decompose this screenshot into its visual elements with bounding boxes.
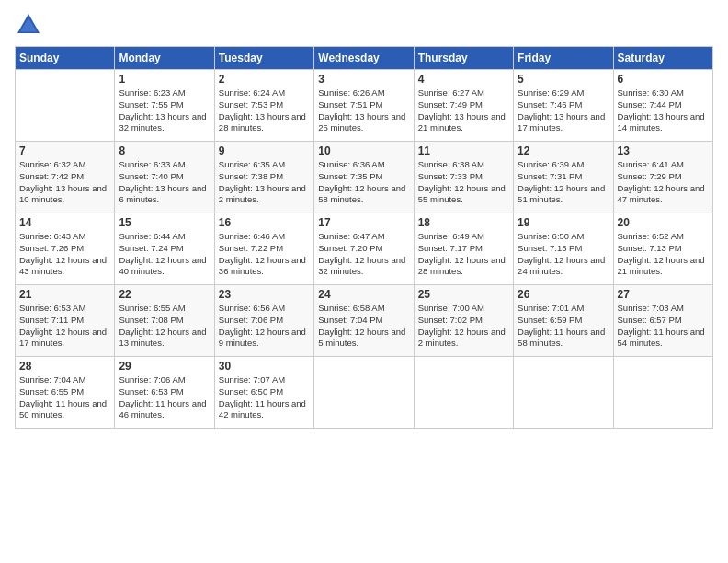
day-info: Sunrise: 6:29 AM Sunset: 7:46 PM Dayligh… xyxy=(518,87,609,134)
calendar-cell: 20Sunrise: 6:52 AM Sunset: 7:13 PM Dayli… xyxy=(613,213,712,285)
day-info: Sunrise: 7:00 AM Sunset: 7:02 PM Dayligh… xyxy=(418,303,509,350)
day-number: 8 xyxy=(119,144,210,157)
day-number: 9 xyxy=(219,144,310,157)
day-info: Sunrise: 6:24 AM Sunset: 7:53 PM Dayligh… xyxy=(219,87,310,134)
day-number: 12 xyxy=(518,144,609,157)
calendar-cell: 25Sunrise: 7:00 AM Sunset: 7:02 PM Dayli… xyxy=(414,285,513,357)
day-info: Sunrise: 6:58 AM Sunset: 7:04 PM Dayligh… xyxy=(318,303,409,350)
day-info: Sunrise: 6:43 AM Sunset: 7:26 PM Dayligh… xyxy=(19,231,110,278)
day-info: Sunrise: 7:07 AM Sunset: 6:50 PM Dayligh… xyxy=(219,374,310,421)
calendar-cell: 26Sunrise: 7:01 AM Sunset: 6:59 PM Dayli… xyxy=(514,285,613,357)
day-number: 6 xyxy=(618,73,709,86)
calendar-cell: 22Sunrise: 6:55 AM Sunset: 7:08 PM Dayli… xyxy=(115,285,214,357)
day-number: 13 xyxy=(618,144,709,157)
day-number: 29 xyxy=(119,360,210,373)
day-info: Sunrise: 7:04 AM Sunset: 6:55 PM Dayligh… xyxy=(19,374,110,421)
day-number: 18 xyxy=(418,216,509,229)
day-number: 11 xyxy=(418,144,509,157)
logo xyxy=(15,11,44,39)
weekday-header: Monday xyxy=(115,47,214,70)
calendar-cell: 13Sunrise: 6:41 AM Sunset: 7:29 PM Dayli… xyxy=(613,142,712,213)
calendar-cell: 10Sunrise: 6:36 AM Sunset: 7:35 PM Dayli… xyxy=(314,142,414,213)
day-number: 27 xyxy=(618,288,709,301)
day-info: Sunrise: 7:01 AM Sunset: 6:59 PM Dayligh… xyxy=(518,303,609,350)
calendar-cell: 3Sunrise: 6:26 AM Sunset: 7:51 PM Daylig… xyxy=(314,70,414,142)
day-info: Sunrise: 6:44 AM Sunset: 7:24 PM Dayligh… xyxy=(119,231,210,278)
day-number: 1 xyxy=(119,73,210,86)
day-info: Sunrise: 6:36 AM Sunset: 7:35 PM Dayligh… xyxy=(318,159,409,206)
day-number: 7 xyxy=(19,144,110,157)
calendar-cell: 9Sunrise: 6:35 AM Sunset: 7:38 PM Daylig… xyxy=(214,142,313,213)
calendar-cell: 18Sunrise: 6:49 AM Sunset: 7:17 PM Dayli… xyxy=(414,213,513,285)
day-number: 25 xyxy=(418,288,509,301)
day-info: Sunrise: 6:33 AM Sunset: 7:40 PM Dayligh… xyxy=(119,159,210,206)
weekday-header: Friday xyxy=(514,47,613,70)
calendar-cell: 6Sunrise: 6:30 AM Sunset: 7:44 PM Daylig… xyxy=(613,70,712,142)
calendar-cell: 12Sunrise: 6:39 AM Sunset: 7:31 PM Dayli… xyxy=(514,142,613,213)
weekday-header: Wednesday xyxy=(314,47,414,70)
calendar-week-row: 28Sunrise: 7:04 AM Sunset: 6:55 PM Dayli… xyxy=(16,357,713,429)
calendar-cell: 8Sunrise: 6:33 AM Sunset: 7:40 PM Daylig… xyxy=(115,142,214,213)
day-number: 24 xyxy=(318,288,409,301)
calendar-cell: 14Sunrise: 6:43 AM Sunset: 7:26 PM Dayli… xyxy=(16,213,115,285)
day-number: 28 xyxy=(19,360,110,373)
day-number: 22 xyxy=(119,288,210,301)
day-info: Sunrise: 6:50 AM Sunset: 7:15 PM Dayligh… xyxy=(518,231,609,278)
calendar-cell: 15Sunrise: 6:44 AM Sunset: 7:24 PM Dayli… xyxy=(115,213,214,285)
weekday-header: Thursday xyxy=(414,47,513,70)
weekday-header: Sunday xyxy=(16,47,115,70)
day-number: 19 xyxy=(518,216,609,229)
logo-icon xyxy=(15,11,42,39)
day-info: Sunrise: 6:39 AM Sunset: 7:31 PM Dayligh… xyxy=(518,159,609,206)
calendar-cell: 27Sunrise: 7:03 AM Sunset: 6:57 PM Dayli… xyxy=(613,285,712,357)
day-info: Sunrise: 7:06 AM Sunset: 6:53 PM Dayligh… xyxy=(119,374,210,421)
calendar-cell: 4Sunrise: 6:27 AM Sunset: 7:49 PM Daylig… xyxy=(414,70,513,142)
day-number: 23 xyxy=(219,288,310,301)
calendar-cell: 11Sunrise: 6:38 AM Sunset: 7:33 PM Dayli… xyxy=(414,142,513,213)
weekday-header-row: SundayMondayTuesdayWednesdayThursdayFrid… xyxy=(16,47,713,70)
calendar-cell: 19Sunrise: 6:50 AM Sunset: 7:15 PM Dayli… xyxy=(514,213,613,285)
day-info: Sunrise: 6:23 AM Sunset: 7:55 PM Dayligh… xyxy=(119,87,210,134)
calendar-cell: 30Sunrise: 7:07 AM Sunset: 6:50 PM Dayli… xyxy=(214,357,313,429)
day-number: 20 xyxy=(618,216,709,229)
calendar-cell: 17Sunrise: 6:47 AM Sunset: 7:20 PM Dayli… xyxy=(314,213,414,285)
calendar-cell: 21Sunrise: 6:53 AM Sunset: 7:11 PM Dayli… xyxy=(16,285,115,357)
calendar-cell: 1Sunrise: 6:23 AM Sunset: 7:55 PM Daylig… xyxy=(115,70,214,142)
calendar-week-row: 14Sunrise: 6:43 AM Sunset: 7:26 PM Dayli… xyxy=(16,213,713,285)
day-info: Sunrise: 6:38 AM Sunset: 7:33 PM Dayligh… xyxy=(418,159,509,206)
calendar-cell: 24Sunrise: 6:58 AM Sunset: 7:04 PM Dayli… xyxy=(314,285,414,357)
calendar-week-row: 1Sunrise: 6:23 AM Sunset: 7:55 PM Daylig… xyxy=(16,70,713,142)
day-info: Sunrise: 6:53 AM Sunset: 7:11 PM Dayligh… xyxy=(19,303,110,350)
day-info: Sunrise: 7:03 AM Sunset: 6:57 PM Dayligh… xyxy=(618,303,709,350)
day-info: Sunrise: 6:49 AM Sunset: 7:17 PM Dayligh… xyxy=(418,231,509,278)
day-info: Sunrise: 6:32 AM Sunset: 7:42 PM Dayligh… xyxy=(19,159,110,206)
calendar-cell xyxy=(514,357,613,429)
calendar-cell: 16Sunrise: 6:46 AM Sunset: 7:22 PM Dayli… xyxy=(214,213,313,285)
day-info: Sunrise: 6:26 AM Sunset: 7:51 PM Dayligh… xyxy=(318,87,409,134)
day-number: 2 xyxy=(219,73,310,86)
calendar-cell: 2Sunrise: 6:24 AM Sunset: 7:53 PM Daylig… xyxy=(214,70,313,142)
weekday-header: Saturday xyxy=(613,47,712,70)
day-number: 15 xyxy=(119,216,210,229)
day-info: Sunrise: 6:30 AM Sunset: 7:44 PM Dayligh… xyxy=(618,87,709,134)
calendar-week-row: 21Sunrise: 6:53 AM Sunset: 7:11 PM Dayli… xyxy=(16,285,713,357)
day-number: 4 xyxy=(418,73,509,86)
calendar-cell: 23Sunrise: 6:56 AM Sunset: 7:06 PM Dayli… xyxy=(214,285,313,357)
calendar-cell: 5Sunrise: 6:29 AM Sunset: 7:46 PM Daylig… xyxy=(514,70,613,142)
day-number: 21 xyxy=(19,288,110,301)
calendar-cell xyxy=(414,357,513,429)
page: SundayMondayTuesdayWednesdayThursdayFrid… xyxy=(0,0,728,563)
calendar-cell: 29Sunrise: 7:06 AM Sunset: 6:53 PM Dayli… xyxy=(115,357,214,429)
calendar-cell: 7Sunrise: 6:32 AM Sunset: 7:42 PM Daylig… xyxy=(16,142,115,213)
day-number: 30 xyxy=(219,360,310,373)
calendar: SundayMondayTuesdayWednesdayThursdayFrid… xyxy=(15,46,713,429)
day-info: Sunrise: 6:56 AM Sunset: 7:06 PM Dayligh… xyxy=(219,303,310,350)
day-info: Sunrise: 6:55 AM Sunset: 7:08 PM Dayligh… xyxy=(119,303,210,350)
calendar-cell: 28Sunrise: 7:04 AM Sunset: 6:55 PM Dayli… xyxy=(16,357,115,429)
day-info: Sunrise: 6:27 AM Sunset: 7:49 PM Dayligh… xyxy=(418,87,509,134)
weekday-header: Tuesday xyxy=(214,47,313,70)
calendar-cell xyxy=(613,357,712,429)
calendar-cell xyxy=(314,357,414,429)
calendar-cell xyxy=(16,70,115,142)
day-number: 26 xyxy=(518,288,609,301)
